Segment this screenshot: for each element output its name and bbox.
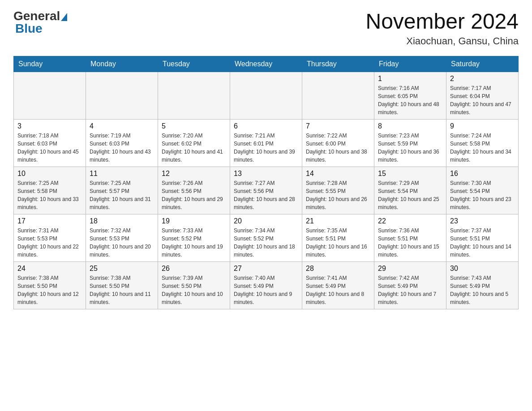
day-number-1: 1 — [378, 75, 442, 83]
header-monday: Monday — [86, 56, 158, 72]
calendar-cell-w3-d6: 16Sunrise: 7:30 AM Sunset: 5:54 PM Dayli… — [446, 167, 519, 214]
day-number-6: 6 — [234, 122, 298, 130]
week-row-5: 24Sunrise: 7:38 AM Sunset: 5:50 PM Dayli… — [14, 262, 519, 309]
day-info-17: Sunrise: 7:31 AM Sunset: 5:53 PM Dayligh… — [17, 227, 82, 259]
day-number-7: 7 — [306, 122, 370, 130]
day-info-20: Sunrise: 7:34 AM Sunset: 5:52 PM Dayligh… — [234, 227, 298, 259]
day-number-3: 3 — [17, 122, 82, 130]
calendar-cell-w5-d1: 25Sunrise: 7:38 AM Sunset: 5:50 PM Dayli… — [86, 262, 158, 309]
calendar-cell-w5-d2: 26Sunrise: 7:39 AM Sunset: 5:50 PM Dayli… — [158, 262, 230, 309]
day-number-21: 21 — [306, 217, 370, 225]
calendar-cell-w4-d4: 21Sunrise: 7:35 AM Sunset: 5:51 PM Dayli… — [302, 214, 374, 262]
calendar-cell-w3-d5: 15Sunrise: 7:29 AM Sunset: 5:54 PM Dayli… — [374, 167, 446, 214]
weekday-header-row: Sunday Monday Tuesday Wednesday Thursday… — [14, 56, 519, 72]
day-info-21: Sunrise: 7:35 AM Sunset: 5:51 PM Dayligh… — [306, 227, 370, 259]
calendar-cell-w2-d2: 5Sunrise: 7:20 AM Sunset: 6:02 PM Daylig… — [158, 120, 230, 167]
day-number-29: 29 — [378, 265, 442, 273]
header-saturday: Saturday — [446, 56, 519, 72]
calendar-cell-w5-d3: 27Sunrise: 7:40 AM Sunset: 5:49 PM Dayli… — [230, 262, 302, 309]
calendar-cell-w1-d3 — [230, 72, 302, 120]
calendar-cell-w4-d6: 23Sunrise: 7:37 AM Sunset: 5:51 PM Dayli… — [446, 214, 519, 262]
day-number-30: 30 — [450, 265, 515, 273]
calendar-cell-w4-d3: 20Sunrise: 7:34 AM Sunset: 5:52 PM Dayli… — [230, 214, 302, 262]
calendar-cell-w3-d3: 13Sunrise: 7:27 AM Sunset: 5:56 PM Dayli… — [230, 167, 302, 214]
week-row-4: 17Sunrise: 7:31 AM Sunset: 5:53 PM Dayli… — [14, 214, 519, 262]
week-row-1: 1Sunrise: 7:16 AM Sunset: 6:05 PM Daylig… — [14, 72, 519, 120]
location-text: Xiaochuan, Gansu, China — [365, 35, 519, 47]
day-info-23: Sunrise: 7:37 AM Sunset: 5:51 PM Dayligh… — [450, 227, 515, 259]
day-info-2: Sunrise: 7:17 AM Sunset: 6:04 PM Dayligh… — [450, 84, 515, 116]
calendar-cell-w1-d1 — [86, 72, 158, 120]
calendar-cell-w5-d5: 29Sunrise: 7:42 AM Sunset: 5:49 PM Dayli… — [374, 262, 446, 309]
day-number-26: 26 — [162, 265, 226, 273]
calendar-cell-w1-d5: 1Sunrise: 7:16 AM Sunset: 6:05 PM Daylig… — [374, 72, 446, 120]
calendar-cell-w1-d0 — [14, 72, 86, 120]
day-number-28: 28 — [306, 265, 370, 273]
calendar-cell-w2-d6: 9Sunrise: 7:24 AM Sunset: 5:58 PM Daylig… — [446, 120, 519, 167]
day-info-14: Sunrise: 7:28 AM Sunset: 5:55 PM Dayligh… — [306, 179, 370, 211]
calendar-cell-w2-d4: 7Sunrise: 7:22 AM Sunset: 6:00 PM Daylig… — [302, 120, 374, 167]
header-tuesday: Tuesday — [158, 56, 230, 72]
day-number-18: 18 — [90, 217, 154, 225]
calendar-cell-w3-d2: 12Sunrise: 7:26 AM Sunset: 5:56 PM Dayli… — [158, 167, 230, 214]
day-info-6: Sunrise: 7:21 AM Sunset: 6:01 PM Dayligh… — [234, 132, 298, 164]
calendar-cell-w3-d4: 14Sunrise: 7:28 AM Sunset: 5:55 PM Dayli… — [302, 167, 374, 214]
day-info-18: Sunrise: 7:32 AM Sunset: 5:53 PM Dayligh… — [90, 227, 154, 259]
header-sunday: Sunday — [14, 56, 86, 72]
day-info-12: Sunrise: 7:26 AM Sunset: 5:56 PM Dayligh… — [162, 179, 226, 211]
day-info-16: Sunrise: 7:30 AM Sunset: 5:54 PM Dayligh… — [450, 179, 515, 211]
logo-blue-text: Blue — [15, 21, 43, 36]
day-info-30: Sunrise: 7:43 AM Sunset: 5:49 PM Dayligh… — [450, 274, 515, 306]
day-number-9: 9 — [450, 122, 515, 130]
day-number-5: 5 — [162, 122, 226, 130]
calendar-cell-w5-d4: 28Sunrise: 7:41 AM Sunset: 5:49 PM Dayli… — [302, 262, 374, 309]
day-info-28: Sunrise: 7:41 AM Sunset: 5:49 PM Dayligh… — [306, 274, 370, 306]
day-number-25: 25 — [90, 265, 154, 273]
day-number-17: 17 — [17, 217, 82, 225]
day-number-19: 19 — [162, 217, 226, 225]
calendar-cell-w2-d0: 3Sunrise: 7:18 AM Sunset: 6:03 PM Daylig… — [14, 120, 86, 167]
day-info-9: Sunrise: 7:24 AM Sunset: 5:58 PM Dayligh… — [450, 132, 515, 164]
day-info-8: Sunrise: 7:23 AM Sunset: 5:59 PM Dayligh… — [378, 132, 442, 164]
day-info-4: Sunrise: 7:19 AM Sunset: 6:03 PM Dayligh… — [90, 132, 154, 164]
calendar-cell-w1-d4 — [302, 72, 374, 120]
day-info-15: Sunrise: 7:29 AM Sunset: 5:54 PM Dayligh… — [378, 179, 442, 211]
calendar-cell-w2-d5: 8Sunrise: 7:23 AM Sunset: 5:59 PM Daylig… — [374, 120, 446, 167]
month-title: November 2024 — [365, 9, 519, 34]
day-info-29: Sunrise: 7:42 AM Sunset: 5:49 PM Dayligh… — [378, 274, 442, 306]
day-number-27: 27 — [234, 265, 298, 273]
day-info-7: Sunrise: 7:22 AM Sunset: 6:00 PM Dayligh… — [306, 132, 370, 164]
day-info-22: Sunrise: 7:36 AM Sunset: 5:51 PM Dayligh… — [378, 227, 442, 259]
day-info-25: Sunrise: 7:38 AM Sunset: 5:50 PM Dayligh… — [90, 274, 154, 306]
day-number-23: 23 — [450, 217, 515, 225]
week-row-2: 3Sunrise: 7:18 AM Sunset: 6:03 PM Daylig… — [14, 120, 519, 167]
calendar-cell-w2-d3: 6Sunrise: 7:21 AM Sunset: 6:01 PM Daylig… — [230, 120, 302, 167]
week-row-3: 10Sunrise: 7:25 AM Sunset: 5:58 PM Dayli… — [14, 167, 519, 214]
logo-triangle-icon — [61, 13, 67, 21]
calendar-cell-w1-d6: 2Sunrise: 7:17 AM Sunset: 6:04 PM Daylig… — [446, 72, 519, 120]
day-info-11: Sunrise: 7:25 AM Sunset: 5:57 PM Dayligh… — [90, 179, 154, 211]
logo: General Blue — [13, 9, 68, 36]
calendar-cell-w4-d2: 19Sunrise: 7:33 AM Sunset: 5:52 PM Dayli… — [158, 214, 230, 262]
day-number-10: 10 — [17, 170, 82, 178]
day-info-24: Sunrise: 7:38 AM Sunset: 5:50 PM Dayligh… — [17, 274, 82, 306]
calendar-table: Sunday Monday Tuesday Wednesday Thursday… — [13, 56, 519, 309]
day-info-5: Sunrise: 7:20 AM Sunset: 6:02 PM Dayligh… — [162, 132, 226, 164]
calendar-cell-w4-d1: 18Sunrise: 7:32 AM Sunset: 5:53 PM Dayli… — [86, 214, 158, 262]
calendar-cell-w4-d5: 22Sunrise: 7:36 AM Sunset: 5:51 PM Dayli… — [374, 214, 446, 262]
day-info-26: Sunrise: 7:39 AM Sunset: 5:50 PM Dayligh… — [162, 274, 226, 306]
calendar-cell-w4-d0: 17Sunrise: 7:31 AM Sunset: 5:53 PM Dayli… — [14, 214, 86, 262]
day-number-8: 8 — [378, 122, 442, 130]
page-header: General Blue November 2024 Xiaochuan, Ga… — [13, 9, 519, 47]
day-number-12: 12 — [162, 170, 226, 178]
day-number-15: 15 — [378, 170, 442, 178]
day-info-27: Sunrise: 7:40 AM Sunset: 5:49 PM Dayligh… — [234, 274, 298, 306]
calendar-cell-w1-d2 — [158, 72, 230, 120]
calendar-cell-w3-d1: 11Sunrise: 7:25 AM Sunset: 5:57 PM Dayli… — [86, 167, 158, 214]
day-info-3: Sunrise: 7:18 AM Sunset: 6:03 PM Dayligh… — [17, 132, 82, 164]
day-number-2: 2 — [450, 75, 515, 83]
day-number-14: 14 — [306, 170, 370, 178]
day-number-4: 4 — [90, 122, 154, 130]
day-info-1: Sunrise: 7:16 AM Sunset: 6:05 PM Dayligh… — [378, 84, 442, 116]
title-block: November 2024 Xiaochuan, Gansu, China — [365, 9, 519, 47]
